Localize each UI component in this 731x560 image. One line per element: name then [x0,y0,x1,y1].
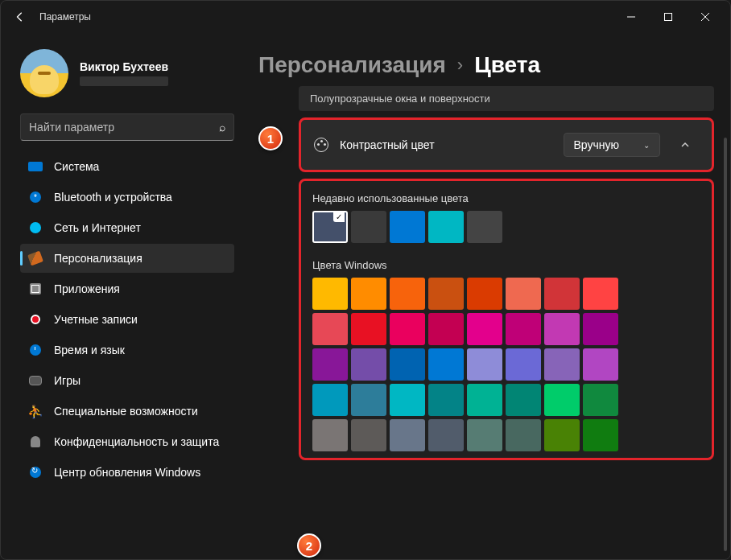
sidebar-item-update[interactable]: Центр обновления Windows [20,458,234,487]
sidebar-item-accounts[interactable]: Учетные записи [20,305,234,334]
color-swatch[interactable] [467,384,502,416]
color-swatch[interactable] [390,313,425,345]
color-swatch[interactable] [467,278,502,310]
apps-icon [30,283,41,294]
accent-color-row[interactable]: Контрастный цвет Вручную ⌄ [299,117,714,172]
maximize-button[interactable] [650,1,687,33]
sidebar-item-privacy[interactable]: Конфиденциальность и защита [20,427,234,456]
color-swatch[interactable] [544,419,580,451]
color-swatch[interactable] [506,419,541,451]
recent-color-swatch[interactable] [428,211,464,243]
sidebar-item-label: Специальные возможности [54,405,198,418]
breadcrumb-parent[interactable]: Персонализация [258,52,446,78]
sidebar-item-label: Система [54,160,99,173]
color-swatch[interactable] [544,278,580,310]
sidebar-item-label: Время и язык [54,344,125,356]
color-swatch[interactable] [428,278,464,310]
color-swatch[interactable] [544,384,580,416]
sidebar-item-label: Сеть и Интернет [54,221,141,234]
brush-icon [27,251,43,266]
sidebar-item-label: Учетные записи [54,313,138,326]
dropdown-value: Вручную [574,138,620,151]
transparency-label: Полупрозрачные окна и поверхности [310,93,490,105]
color-swatch[interactable] [428,348,464,381]
search-box[interactable]: ⌕ [20,113,234,141]
color-swatch[interactable] [428,419,464,451]
color-swatch[interactable] [428,384,464,416]
clock-icon [30,344,41,356]
color-swatch[interactable] [390,384,425,416]
callout-badge-2: 2 [297,533,321,558]
color-swatch[interactable] [390,278,425,310]
user-block[interactable]: Виктор Бухтеев [20,49,234,97]
sidebar-item-network[interactable]: Сеть и Интернет [20,213,234,242]
accent-mode-dropdown[interactable]: Вручную ⌄ [564,133,661,157]
color-swatch[interactable] [351,348,386,381]
sidebar-item-apps[interactable]: Приложения [20,274,234,303]
accessibility-icon: ⛹ [28,404,43,418]
recent-color-swatch[interactable] [467,211,502,243]
shield-icon [31,436,40,447]
recent-colors-label: Недавно использованные цвета [312,192,700,204]
app-title: Параметры [39,11,91,23]
chevron-right-icon: › [457,55,463,76]
search-input[interactable] [29,121,219,134]
color-swatch[interactable] [351,278,386,310]
sidebar-item-personalization[interactable]: Персонализация [20,244,234,273]
recent-color-swatch[interactable] [312,211,348,243]
scrollbar[interactable] [724,138,727,551]
color-swatch[interactable] [583,419,618,451]
sidebar-item-label: Центр обновления Windows [54,466,200,479]
color-swatch[interactable] [506,348,541,381]
color-swatch[interactable] [351,384,386,416]
color-swatch[interactable] [583,278,618,310]
svg-rect-1 [665,14,672,21]
color-swatch[interactable] [312,313,348,345]
user-email [80,76,168,86]
transparency-row[interactable]: Полупрозрачные окна и поверхности [299,86,714,111]
color-swatch[interactable] [583,348,618,381]
collapse-button[interactable] [671,131,699,159]
color-swatch[interactable] [390,348,425,381]
sidebar-item-gaming[interactable]: Игры [20,366,234,395]
color-swatch[interactable] [467,419,502,451]
color-swatch[interactable] [506,384,541,416]
palette-icon [314,138,328,152]
color-swatch[interactable] [583,313,618,345]
game-icon [29,376,42,385]
color-swatch[interactable] [428,313,464,345]
sidebar-item-time[interactable]: Время и язык [20,336,234,364]
windows-colors-label: Цвета Windows [312,259,700,271]
bluetooth-icon: * [30,191,41,203]
wifi-icon [30,222,41,233]
search-icon: ⌕ [219,121,225,134]
sidebar-item-label: Конфиденциальность и защита [54,435,219,448]
color-swatch[interactable] [583,384,618,416]
color-swatch[interactable] [312,419,348,451]
color-swatch[interactable] [467,313,502,345]
recent-color-swatch[interactable] [351,211,386,243]
callout-badge-1: 1 [258,126,283,150]
color-swatch[interactable] [506,278,541,310]
sidebar-item-bluetooth[interactable]: *Bluetooth и устройства [20,183,234,212]
color-swatch[interactable] [467,348,502,381]
accent-label: Контрастный цвет [340,138,552,151]
color-swatch[interactable] [506,313,541,345]
color-swatch[interactable] [351,419,386,451]
avatar [20,49,68,97]
color-swatch[interactable] [312,278,348,310]
back-button[interactable] [7,4,33,30]
color-swatch[interactable] [390,419,425,451]
color-swatch[interactable] [351,313,386,345]
color-swatch[interactable] [544,313,580,345]
sidebar-item-system[interactable]: Система [20,152,234,181]
color-swatch[interactable] [544,348,580,381]
recent-color-swatch[interactable] [390,211,425,243]
close-button[interactable] [687,1,724,33]
color-swatch[interactable] [312,348,348,381]
sidebar-item-accessibility[interactable]: ⛹Специальные возможности [20,397,234,426]
chevron-down-icon: ⌄ [643,141,650,150]
color-swatch[interactable] [312,384,348,416]
breadcrumb: Персонализация › Цвета [258,52,714,78]
minimize-button[interactable] [613,1,650,33]
